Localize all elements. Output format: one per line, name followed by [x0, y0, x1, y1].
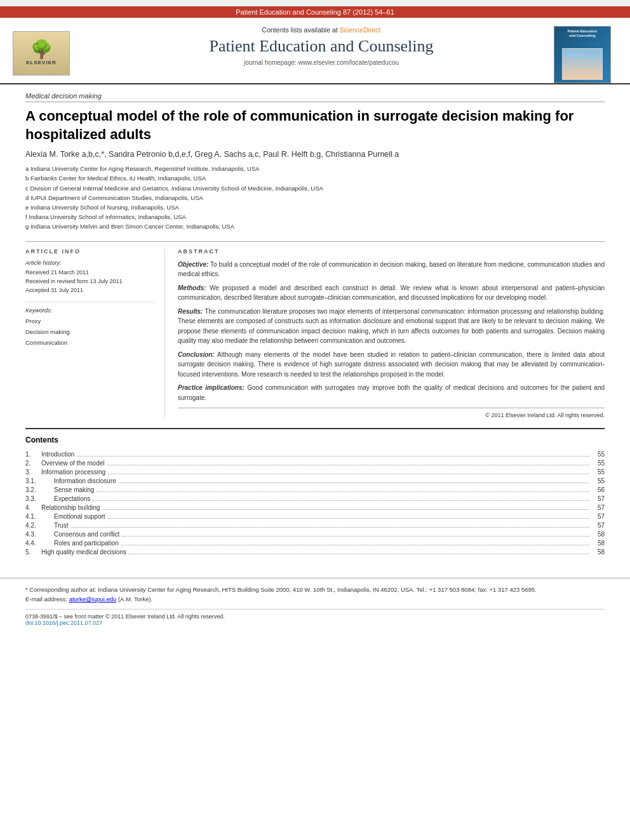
toc-page: 57 — [592, 522, 605, 529]
toc-dots — [121, 545, 589, 545]
toc-label-text: Sense making — [54, 486, 94, 493]
toc-table: 1.Introduction552.Overview of the model5… — [25, 451, 605, 556]
toc-label: Roles and participation — [41, 540, 592, 547]
toc-label: Introduction — [41, 451, 592, 458]
toc-num: 3.3. — [25, 495, 41, 502]
logo-image: 🌳 ELSEVIER — [13, 31, 70, 76]
keyword-communication: Communication — [25, 337, 155, 348]
toc-dots — [108, 518, 589, 519]
received-dates: Received 21 March 2011 Received in revis… — [25, 268, 155, 295]
toc-page: 58 — [592, 531, 605, 538]
toc-label-text: Roles and participation — [54, 540, 119, 547]
email-link[interactable]: atorke@iupui.edu — [69, 596, 117, 603]
toc-row: 5.High quality medical decisions58 — [25, 549, 605, 556]
toc-num: 1. — [25, 451, 41, 458]
toc-num: 5. — [25, 549, 41, 556]
toc-dots — [108, 474, 589, 474]
toc-label: Relationship building — [41, 504, 592, 512]
toc-dots — [93, 500, 589, 501]
sciencedirect-link: Contents lists available at ScienceDirec… — [102, 26, 541, 34]
abstract-objective: Objective: To build a conceptual model o… — [178, 260, 605, 279]
toc-page: 58 — [592, 549, 605, 556]
affil-c: c Division of General Internal Medicine … — [25, 183, 605, 193]
toc-num: 3.2. — [25, 486, 41, 493]
toc-dots — [107, 465, 590, 465]
keywords-list: Proxy Decision making Communication — [25, 316, 155, 348]
toc-num: 2. — [25, 460, 41, 467]
toc-label-text: Trust — [54, 522, 68, 529]
article-title: A conceptual model of the role of commun… — [25, 107, 605, 143]
sciencedirect-anchor[interactable]: ScienceDirect — [340, 26, 381, 34]
toc-label: Trust — [41, 522, 592, 530]
history-label: Article history: — [25, 260, 155, 266]
results-label: Results: — [178, 308, 203, 315]
journal-header: 🌳 ELSEVIER Contents lists available at S… — [0, 18, 630, 84]
affil-e: e Indiana University School of Nursing, … — [25, 203, 605, 212]
toc-num: 4.1. — [25, 513, 41, 520]
keywords-label: Keywords: — [25, 307, 155, 314]
toc-row: 3.3.Expectations57 — [25, 495, 605, 503]
article-section-label: Medical decision making — [25, 92, 605, 102]
revised-date: Received in revised form 13 July 2011 — [25, 277, 155, 286]
toc-row: 4.3.Consensus and conflict58 — [25, 531, 605, 538]
toc-num: 4.4. — [25, 540, 41, 547]
toc-label: Information disclosure — [41, 477, 592, 485]
toc-row: 4.4.Roles and participation58 — [25, 540, 605, 547]
article-info-column: ARTICLE INFO Article history: Received 2… — [25, 248, 165, 419]
main-content: Medical decision making A conceptual mod… — [0, 84, 630, 565]
abstract-practice: Practice implications: Good communicatio… — [178, 383, 605, 403]
toc-label: Overview of the model — [41, 460, 592, 467]
abstract-column: ABSTRACT Objective: To build a conceptua… — [178, 248, 605, 419]
toc-num: 4. — [25, 504, 41, 511]
keywords-section: Keywords: Proxy Decision making Communic… — [25, 302, 155, 348]
toc-label: High quality medical decisions — [41, 549, 592, 556]
doi-line: doi:10.1016/j.pec.2011.07.027 — [25, 620, 605, 626]
journal-cover-image: Patient Educationand Counseling — [554, 26, 611, 83]
email-suffix: (A.M. Torke). — [118, 596, 152, 603]
toc-label: Emotional support — [41, 513, 592, 521]
cover-title-text: Patient Educationand Counseling — [568, 29, 597, 38]
footer: * Corresponding author at: Indiana Unive… — [0, 578, 630, 632]
toc-page: 57 — [592, 495, 605, 502]
journal-title-area: Contents lists available at ScienceDirec… — [89, 23, 554, 83]
results-text: The communication literature proposes tw… — [178, 308, 605, 345]
toc-label: Sense making — [41, 486, 592, 494]
journal-homepage: journal homepage: www.elsevier.com/locat… — [102, 59, 541, 66]
toc-page: 57 — [592, 504, 605, 511]
toc-label-text: High quality medical decisions — [41, 549, 126, 556]
objective-text: To build a conceptual model of the role … — [178, 261, 605, 278]
toc-num: 3.1. — [25, 477, 41, 484]
toc-row: 2.Overview of the model55 — [25, 460, 605, 467]
toc-row: 3.1.Information disclosure55 — [25, 477, 605, 485]
practice-label: Practice implications: — [178, 384, 245, 391]
journal-citation-bar: Patient Education and Counseling 87 (201… — [0, 6, 630, 18]
toc-label: Consensus and conflict — [41, 531, 592, 538]
article-info-title: ARTICLE INFO — [25, 248, 155, 255]
contents-title: Contents — [25, 436, 605, 444]
methods-text: We proposed a model and described each c… — [178, 284, 605, 302]
toc-page: 57 — [592, 513, 605, 520]
corresponding-author-note: * Corresponding author at: Indiana Unive… — [25, 585, 605, 604]
toc-page: 55 — [592, 460, 605, 467]
toc-label-text: Information processing — [41, 469, 105, 476]
toc-dots — [97, 491, 589, 492]
email-label: E-mail address: — [25, 596, 67, 603]
keyword-proxy: Proxy — [25, 316, 155, 326]
cover-artwork — [562, 48, 603, 80]
abstract-body: Objective: To build a conceptual model o… — [178, 260, 605, 403]
elsevier-name: ELSEVIER — [26, 60, 57, 65]
toc-label: Information processing — [41, 469, 592, 476]
toc-row: 4.2.Trust57 — [25, 522, 605, 530]
toc-row: 3.Information processing55 — [25, 469, 605, 476]
tree-icon: 🌳 — [30, 41, 53, 58]
toc-dots — [77, 456, 589, 457]
toc-label-text: Information disclosure — [54, 477, 116, 484]
conclusion-text: Although many elements of the model have… — [178, 351, 605, 378]
received-date: Received 21 March 2011 — [25, 268, 155, 277]
abstract-methods: Methods: We proposed a model and describ… — [178, 283, 605, 303]
doi-link[interactable]: doi:10.1016/j.pec.2011.07.027 — [25, 620, 102, 626]
toc-label-text: Introduction — [41, 451, 74, 458]
toc-row: 4.1.Emotional support57 — [25, 513, 605, 521]
toc-dots — [129, 554, 589, 554]
contents-section: Contents 1.Introduction552.Overview of t… — [25, 428, 605, 556]
